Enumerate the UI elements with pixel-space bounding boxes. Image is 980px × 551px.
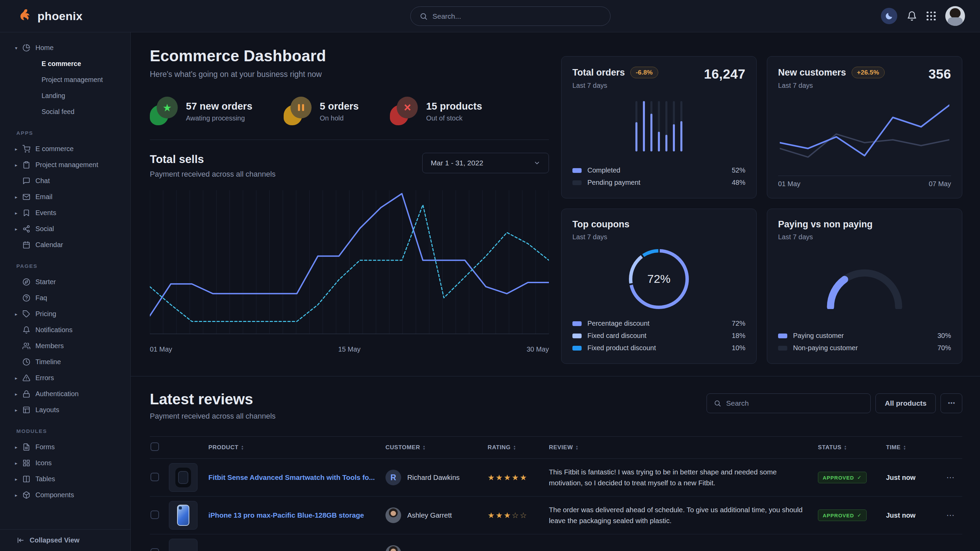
status-badge: APPROVED ✓	[818, 510, 867, 521]
sidebar-item-starter[interactable]: Starter	[0, 274, 130, 290]
sidebar-item-label: Members	[34, 342, 64, 350]
column-header-status[interactable]: STATUS▴▾	[818, 444, 886, 451]
sidebar-item-events[interactable]: ▸ Events	[0, 205, 130, 221]
search-icon	[420, 12, 428, 21]
column-header-customer[interactable]: CUSTOMER▴▾	[385, 444, 488, 451]
sidebar-item-calendar[interactable]: Calendar	[0, 237, 130, 253]
reviews-search[interactable]	[706, 394, 871, 413]
sidebar-subitem-landing[interactable]: Landing	[0, 88, 130, 104]
sidebar-item-chat[interactable]: Chat	[0, 173, 130, 189]
stat-caption: Awating processing	[186, 114, 252, 122]
sidebar-item-social[interactable]: ▸ Social	[0, 221, 130, 237]
product-image[interactable]	[169, 501, 197, 530]
stat-15-products: × 15 products Out of stock	[390, 97, 482, 126]
sidebar: ▾ HomeE commerceProject managementLandin…	[0, 32, 131, 551]
sidebar-item-layouts[interactable]: ▸ Layouts	[0, 402, 130, 418]
legend-row-percentage-discount: Percentage discount 72%	[573, 319, 745, 327]
navbar-search[interactable]	[410, 6, 611, 26]
card-caption: Last 7 days	[778, 82, 885, 89]
legend-swatch	[573, 168, 582, 173]
lock-icon	[22, 390, 34, 398]
sidebar-item-timeline[interactable]: Timeline	[0, 354, 130, 370]
all-products-button[interactable]: All products	[875, 394, 936, 413]
row-menu-button[interactable]: ⋯	[930, 473, 962, 482]
moon-icon	[885, 11, 894, 21]
column-header-review[interactable]: REVIEW▴▾	[549, 444, 818, 451]
stats-divider	[150, 140, 549, 140]
row-checkbox[interactable]	[151, 473, 159, 481]
profile-avatar[interactable]	[945, 6, 965, 26]
reviews-table-body: Fitbit Sense Advanced Smartwatch with To…	[150, 459, 962, 551]
sidebar-item-members[interactable]: Members	[0, 338, 130, 354]
brand-name: phoenix	[37, 10, 83, 23]
sidebar-subitem-project-management[interactable]: Project management	[0, 72, 130, 88]
theme-toggle-button[interactable]	[881, 8, 897, 24]
chevron-right-icon: ▸	[15, 210, 22, 216]
sidebar-subitem-e-commerce[interactable]: E commerce	[0, 56, 130, 72]
stat-57-new-orders: ★ 57 new orders Awating processing	[150, 97, 252, 126]
sidebar-item-label: Chat	[34, 177, 50, 185]
order-bar	[643, 101, 645, 151]
customer-cell	[385, 545, 488, 551]
chevron-right-icon: ▸	[15, 407, 22, 413]
main-content: Ecommerce Dashboard Here's what's going …	[131, 32, 980, 551]
sidebar-item-forms[interactable]: ▸ Forms	[0, 439, 130, 455]
more-options-button[interactable]: ⋯	[940, 394, 962, 413]
apps-menu-button[interactable]	[926, 11, 936, 21]
sidebar-item-icons[interactable]: ▸ Icons	[0, 455, 130, 471]
sidebar-subitem-social-feed[interactable]: Social feed	[0, 104, 130, 120]
brand-logo[interactable]: phoenix	[18, 8, 83, 24]
row-checkbox[interactable]	[151, 548, 159, 551]
sidebar-item-label: Social	[34, 225, 54, 233]
reviews-search-input[interactable]	[726, 399, 864, 407]
sidebar-item-components[interactable]: ▸ Components	[0, 487, 130, 503]
sidebar-item-label: Email	[34, 193, 52, 201]
select-all-checkbox[interactable]	[151, 442, 159, 451]
sidebar-item-pricing[interactable]: ▸ Pricing	[0, 306, 130, 322]
x-tick: 01 May	[150, 345, 172, 353]
notifications-button[interactable]	[907, 11, 917, 21]
check-icon: ✓	[857, 512, 862, 518]
chevron-right-icon: ▸	[15, 460, 22, 466]
row-menu-button[interactable]: ⋯	[930, 510, 962, 520]
sidebar-item-e-commerce[interactable]: ▸ E commerce	[0, 141, 130, 157]
column-header-rating[interactable]: RATING▴▾	[488, 444, 549, 451]
table-icon	[22, 475, 34, 483]
clock-icon	[22, 358, 34, 366]
legend-swatch	[573, 321, 582, 326]
product-image[interactable]	[169, 539, 197, 551]
sidebar-item-label: Errors	[34, 374, 54, 382]
collapse-sidebar-button[interactable]: Collapsed View	[0, 529, 130, 551]
legend-value: 70%	[937, 344, 951, 352]
product-link[interactable]: iPhone 13 pro max-Pacific Blue-128GB sto…	[208, 511, 364, 519]
sidebar-item-notifications[interactable]: Notifications	[0, 322, 130, 338]
sidebar-item-tables[interactable]: ▸ Tables	[0, 471, 130, 487]
stat-title: 15 products	[426, 101, 482, 112]
pie-chart-icon	[22, 44, 34, 52]
row-checkbox[interactable]	[151, 510, 159, 519]
date-range-select[interactable]: Mar 1 - 31, 2022	[422, 153, 549, 173]
page-subtitle: Here's what's going on at your business …	[150, 70, 549, 79]
chevron-down-icon: ▾	[15, 45, 22, 51]
sidebar-item-home[interactable]: ▾ Home	[0, 40, 130, 56]
search-icon	[714, 400, 721, 407]
column-header-product[interactable]: PRODUCT▴▾	[208, 444, 385, 451]
order-bar	[635, 101, 638, 151]
sidebar-item-project-management[interactable]: ▸ Project management	[0, 157, 130, 173]
sidebar-item-authentication[interactable]: ▸ Authentication	[0, 386, 130, 402]
column-header-time[interactable]: TIME▴▾	[886, 444, 930, 451]
navbar-search-input[interactable]	[433, 12, 601, 21]
chevron-right-icon: ▸	[15, 146, 22, 152]
product-link[interactable]: Fitbit Sense Advanced Smartwatch with To…	[208, 473, 375, 481]
stat-caption: Out of stock	[426, 114, 482, 122]
order-bar	[658, 101, 660, 151]
sidebar-item-email[interactable]: ▸ Email	[0, 189, 130, 205]
customer-name: Ashley Garrett	[407, 511, 452, 519]
help-icon	[22, 294, 34, 302]
legend-value: 10%	[732, 344, 745, 352]
sidebar-item-faq[interactable]: Faq	[0, 290, 130, 306]
product-image[interactable]	[169, 463, 197, 492]
sidebar-item-label: Faq	[34, 294, 47, 302]
sidebar-item-errors[interactable]: ▸ Errors	[0, 370, 130, 386]
reviews-subtitle: Payment received across all channels	[150, 412, 275, 421]
